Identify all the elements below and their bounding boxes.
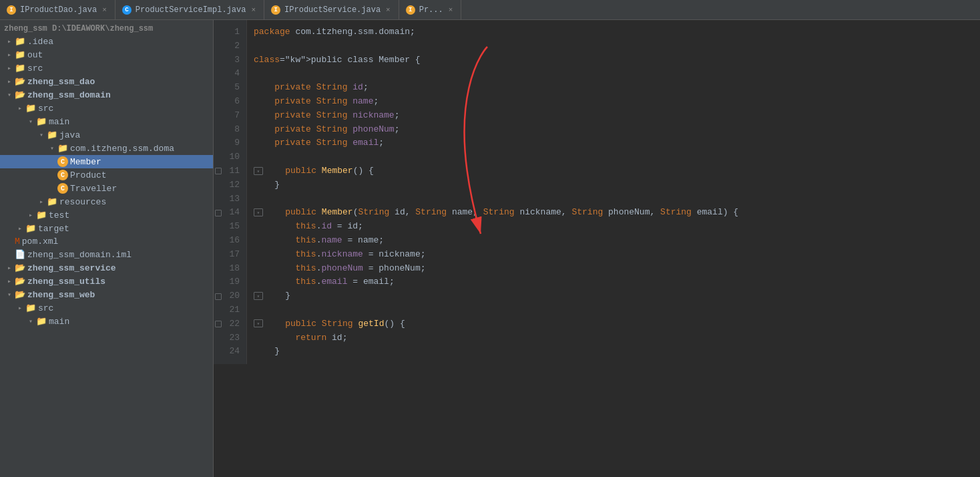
code-editor[interactable]: 123456789101112131415161718192021222324 … — [214, 20, 980, 364]
line-number-23: 23 — [214, 331, 246, 345]
expand-arrow-7[interactable]: ▾ — [36, 131, 47, 139]
tab-tab1[interactable]: IIProductDao.java× — [0, 0, 115, 19]
code-line-2[interactable] — [254, 39, 980, 53]
code-line-22[interactable]: ▾ public String getId() { — [254, 317, 980, 331]
sidebar[interactable]: zheng_ssm D:\IDEAWORK\zheng_ssm▸📁.idea▸📁… — [0, 20, 214, 477]
code-line-24[interactable]: } — [254, 345, 980, 359]
folder-icon-14: 📁 — [25, 223, 36, 234]
line-number-14: 14 — [214, 206, 246, 220]
tab-tab4[interactable]: IPr...× — [399, 0, 462, 19]
line-number-5: 5 — [214, 81, 246, 95]
code-line-12[interactable]: } — [254, 178, 980, 192]
code-line-23[interactable]: return id; — [254, 331, 980, 345]
sidebar-item-0[interactable]: ▸📁.idea — [0, 35, 213, 48]
sidebar-item-3[interactable]: ▸📂zheng_ssm_dao — [0, 75, 213, 88]
sidebar-item-17[interactable]: ▸📂zheng_ssm_service — [0, 261, 213, 275]
line-number-12: 12 — [214, 178, 246, 192]
code-line-3[interactable]: class="kw">public class Member { — [254, 53, 980, 67]
expand-arrow-19[interactable]: ▾ — [4, 291, 15, 299]
code-line-6[interactable]: private String name; — [254, 95, 980, 109]
expand-arrow-20[interactable]: ▸ — [15, 304, 25, 312]
line-number-7: 7 — [214, 109, 246, 123]
sidebar-label-8: com.itzheng.ssm.doma — [68, 144, 174, 154]
expand-arrow-0[interactable]: ▸ — [4, 37, 15, 45]
code-line-10[interactable] — [254, 150, 980, 164]
expand-arrow-2[interactable]: ▸ — [4, 64, 15, 72]
sidebar-label-9: Member — [68, 157, 101, 167]
expand-arrow-8[interactable]: ▾ — [47, 144, 57, 152]
sidebar-item-18[interactable]: ▸📂zheng_ssm_utils — [0, 275, 213, 288]
sidebar-item-1[interactable]: ▸📁out — [0, 48, 213, 61]
sidebar-item-10[interactable]: CProduct — [0, 168, 213, 182]
sidebar-item-9[interactable]: CMember — [0, 155, 213, 168]
file-icon-15: M — [15, 236, 20, 247]
code-line-18[interactable]: this.phoneNum = phoneNum; — [254, 262, 980, 276]
sidebar-label-21: main — [47, 317, 69, 327]
sidebar-item-6[interactable]: ▾📁main — [0, 115, 213, 128]
code-line-9[interactable]: private String email; — [254, 136, 980, 150]
tab-close-tab4[interactable]: × — [447, 5, 455, 15]
code-line-7[interactable]: private String nickname; — [254, 109, 980, 123]
sidebar-item-4[interactable]: ▾📂zheng_ssm_domain — [0, 88, 213, 102]
folder-icon-5: 📁 — [25, 103, 36, 114]
expand-arrow-18[interactable]: ▸ — [4, 277, 15, 285]
code-line-16[interactable]: this.name = name; — [254, 234, 980, 248]
code-line-5[interactable]: private String id; — [254, 81, 980, 95]
sidebar-item-7[interactable]: ▾📁java — [0, 128, 213, 142]
expand-arrow-5[interactable]: ▸ — [15, 104, 25, 112]
sidebar-item-2[interactable]: ▸📁src — [0, 61, 213, 75]
expand-arrow-13[interactable]: ▸ — [25, 211, 36, 219]
sidebar-label-4: zheng_ssm_domain — [25, 90, 111, 100]
code-line-11[interactable]: ▾ public Member() { — [254, 164, 980, 178]
expand-arrow-3[interactable]: ▸ — [4, 77, 15, 86]
sidebar-item-19[interactable]: ▾📂zheng_ssm_web — [0, 288, 213, 301]
sidebar-label-13: test — [47, 210, 69, 220]
code-line-20[interactable]: ▾ } — [254, 289, 980, 303]
tab-close-tab2[interactable]: × — [250, 5, 257, 15]
tab-tab3[interactable]: IIProductService.java× — [264, 0, 399, 19]
tab-close-tab1[interactable]: × — [101, 5, 108, 15]
code-line-15[interactable]: this.id = id; — [254, 220, 980, 234]
sidebar-item-20[interactable]: ▸📁src — [0, 301, 213, 315]
code-line-8[interactable]: private String phoneNum; — [254, 123, 980, 137]
sidebar-item-5[interactable]: ▸📁src — [0, 102, 213, 115]
sidebar-label-19: zheng_ssm_web — [25, 290, 95, 300]
line-number-1: 1 — [214, 25, 246, 39]
sidebar-item-14[interactable]: ▸📁target — [0, 222, 213, 235]
expand-arrow-6[interactable]: ▾ — [25, 118, 36, 126]
sidebar-label-20: src — [36, 303, 53, 313]
code-line-14[interactable]: ▾ public Member(String id, String name, … — [254, 206, 980, 220]
expand-arrow-1[interactable]: ▸ — [4, 51, 15, 59]
project-icon-17: 📂 — [15, 263, 25, 273]
code-line-17[interactable]: this.nickname = nickname; — [254, 248, 980, 262]
expand-arrow-14[interactable]: ▸ — [15, 224, 25, 232]
tab-tab2[interactable]: CProductServiceImpl.java× — [115, 0, 264, 19]
expand-arrow-21[interactable]: ▾ — [25, 317, 36, 325]
class-icon-10: C — [57, 170, 68, 180]
line-number-18: 18 — [214, 262, 246, 276]
sidebar-label-17: zheng_ssm_service — [25, 263, 116, 273]
code-line-1[interactable]: package com.itzheng.ssm.domain; — [254, 25, 980, 39]
code-line-4[interactable] — [254, 67, 980, 81]
sidebar-item-8[interactable]: ▾📁com.itzheng.ssm.doma — [0, 142, 213, 155]
line-number-8: 8 — [214, 123, 246, 137]
folder-icon-1: 📁 — [15, 49, 25, 60]
expand-arrow-12[interactable]: ▸ — [36, 198, 47, 206]
expand-arrow-17[interactable]: ▸ — [4, 264, 15, 272]
sidebar-item-15[interactable]: Mpom.xml — [0, 235, 213, 248]
sidebar-item-12[interactable]: ▸📁resources — [0, 195, 213, 208]
expand-arrow-4[interactable]: ▾ — [4, 91, 15, 99]
sidebar-label-2: src — [25, 63, 43, 73]
code-line-19[interactable]: this.email = email; — [254, 275, 980, 289]
code-line-13[interactable] — [254, 192, 980, 206]
line-number-4: 4 — [214, 67, 246, 81]
sidebar-item-11[interactable]: CTraveller — [0, 182, 213, 195]
sidebar-item-16[interactable]: 📄zheng_ssm_domain.iml — [0, 248, 213, 261]
sidebar-item-21[interactable]: ▾📁main — [0, 315, 213, 328]
tab-close-tab3[interactable]: × — [385, 5, 392, 15]
code-line-21[interactable] — [254, 303, 980, 317]
project-icon-18: 📂 — [15, 276, 25, 287]
file-icon-16: 📄 — [15, 249, 25, 260]
sidebar-item-13[interactable]: ▸📁test — [0, 208, 213, 222]
folder-icon-20: 📁 — [25, 303, 36, 313]
